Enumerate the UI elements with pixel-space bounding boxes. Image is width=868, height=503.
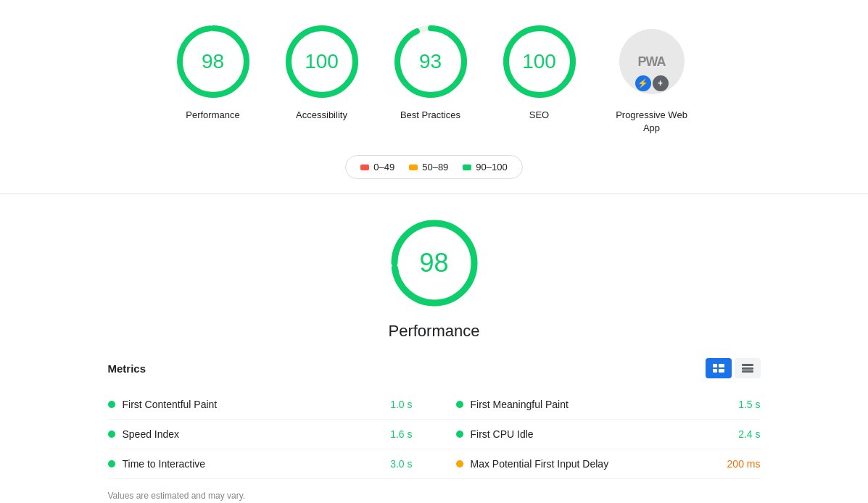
score-item-seo: 100 SEO bbox=[500, 22, 579, 122]
large-score-number: 98 bbox=[419, 248, 448, 278]
pwa-badge-lightning: ⚡ bbox=[635, 75, 651, 91]
metric-value-tti: 3.0 s bbox=[376, 458, 413, 470]
pwa-text: PWA bbox=[637, 54, 665, 70]
svg-rect-16 bbox=[742, 370, 753, 373]
top-section: 98 Performance 100 Accessibility bbox=[0, 0, 868, 194]
score-number-performance: 98 bbox=[202, 50, 224, 73]
legend-item-red: 0–49 bbox=[360, 162, 394, 172]
score-item-best-practices: 93 Best Practices bbox=[391, 22, 471, 122]
score-label-seo: SEO bbox=[529, 109, 549, 122]
score-circle-accessibility: 100 bbox=[282, 22, 362, 101]
svg-rect-13 bbox=[719, 369, 724, 373]
metric-dot-mpfid bbox=[456, 460, 463, 467]
legend-item-green: 90–100 bbox=[463, 162, 507, 172]
metrics-title: Metrics bbox=[108, 362, 146, 375]
svg-rect-12 bbox=[713, 369, 717, 373]
svg-rect-15 bbox=[742, 367, 753, 370]
metrics-left-col: First Contentful Paint 1.0 s Speed Index… bbox=[108, 390, 434, 479]
metrics-grid: First Contentful Paint 1.0 s Speed Index… bbox=[108, 390, 761, 479]
pwa-icon: PWA ⚡ + bbox=[612, 22, 692, 101]
metric-name-fci: First CPU Idle bbox=[471, 428, 717, 440]
svg-rect-14 bbox=[742, 364, 753, 366]
metrics-note: Values are estimated and may vary. bbox=[108, 491, 761, 501]
metric-dot-fcp bbox=[108, 401, 115, 408]
legend-dot-orange bbox=[409, 165, 418, 170]
metrics-container: Metrics bbox=[108, 358, 761, 501]
score-label-performance: Performance bbox=[186, 109, 239, 122]
metric-name-tti: Time to Interactive bbox=[123, 458, 369, 470]
metric-row-fmp: First Meaningful Paint 1.5 s bbox=[434, 390, 761, 420]
score-circle-best-practices: 93 bbox=[391, 22, 471, 101]
metric-row-si: Speed Index 1.6 s bbox=[108, 420, 434, 449]
pwa-badges: ⚡ + bbox=[635, 75, 669, 91]
bottom-section: 98 Performance Metrics bbox=[0, 194, 868, 503]
view-toggle bbox=[706, 358, 761, 378]
score-circle-seo: 100 bbox=[500, 22, 579, 101]
scores-row: 98 Performance 100 Accessibility bbox=[173, 22, 695, 135]
legend-dot-red bbox=[360, 165, 369, 170]
metric-value-si: 1.6 s bbox=[376, 428, 413, 440]
legend-label-orange: 50–89 bbox=[422, 162, 448, 172]
legend-dot-green bbox=[463, 165, 471, 170]
metric-value-mpfid: 200 ms bbox=[724, 458, 761, 470]
metric-value-fmp: 1.5 s bbox=[724, 399, 761, 410]
legend-label-red: 0–49 bbox=[373, 162, 394, 172]
score-circle-performance: 98 bbox=[173, 22, 253, 101]
metric-dot-tti bbox=[108, 460, 115, 467]
score-label-accessibility: Accessibility bbox=[296, 109, 347, 122]
metric-dot-fci bbox=[456, 431, 463, 438]
svg-rect-10 bbox=[713, 364, 717, 367]
score-item-pwa: PWA ⚡ + Progressive Web App bbox=[608, 22, 695, 135]
metric-dot-fmp bbox=[456, 401, 463, 408]
legend-label-green: 90–100 bbox=[476, 162, 507, 172]
metrics-header: Metrics bbox=[108, 358, 761, 378]
metric-name-si: Speed Index bbox=[123, 428, 369, 440]
score-label-best-practices: Best Practices bbox=[400, 109, 460, 122]
metric-value-fcp: 1.0 s bbox=[376, 399, 413, 410]
metric-dot-si bbox=[108, 431, 115, 438]
legend: 0–49 50–89 90–100 bbox=[345, 155, 522, 179]
large-score-circle: 98 bbox=[387, 216, 481, 310]
toggle-grid-button[interactable] bbox=[706, 358, 732, 378]
score-label-pwa: Progressive Web App bbox=[608, 109, 695, 135]
pwa-badge-plus: + bbox=[653, 75, 669, 91]
metric-name-fcp: First Contentful Paint bbox=[123, 399, 369, 410]
score-number-accessibility: 100 bbox=[305, 50, 339, 73]
score-number-best-practices: 93 bbox=[419, 50, 442, 73]
metric-row-mpfid: Max Potential First Input Delay 200 ms bbox=[434, 449, 761, 479]
metrics-right-col: First Meaningful Paint 1.5 s First CPU I… bbox=[434, 390, 761, 479]
metric-row-fci: First CPU Idle 2.4 s bbox=[434, 420, 761, 449]
score-item-performance: 98 Performance bbox=[173, 22, 253, 122]
score-number-seo: 100 bbox=[522, 50, 556, 73]
toggle-list-button[interactable] bbox=[735, 358, 761, 378]
svg-rect-11 bbox=[719, 364, 724, 367]
pwa-circle: PWA ⚡ + bbox=[619, 29, 685, 94]
legend-item-orange: 50–89 bbox=[409, 162, 448, 172]
performance-title: Performance bbox=[389, 322, 480, 341]
score-item-accessibility: 100 Accessibility bbox=[282, 22, 362, 122]
metric-name-fmp: First Meaningful Paint bbox=[471, 399, 717, 410]
metric-name-mpfid: Max Potential First Input Delay bbox=[471, 458, 717, 470]
metric-row-tti: Time to Interactive 3.0 s bbox=[108, 449, 434, 479]
metric-value-fci: 2.4 s bbox=[724, 428, 761, 440]
metric-row-fcp: First Contentful Paint 1.0 s bbox=[108, 390, 434, 420]
